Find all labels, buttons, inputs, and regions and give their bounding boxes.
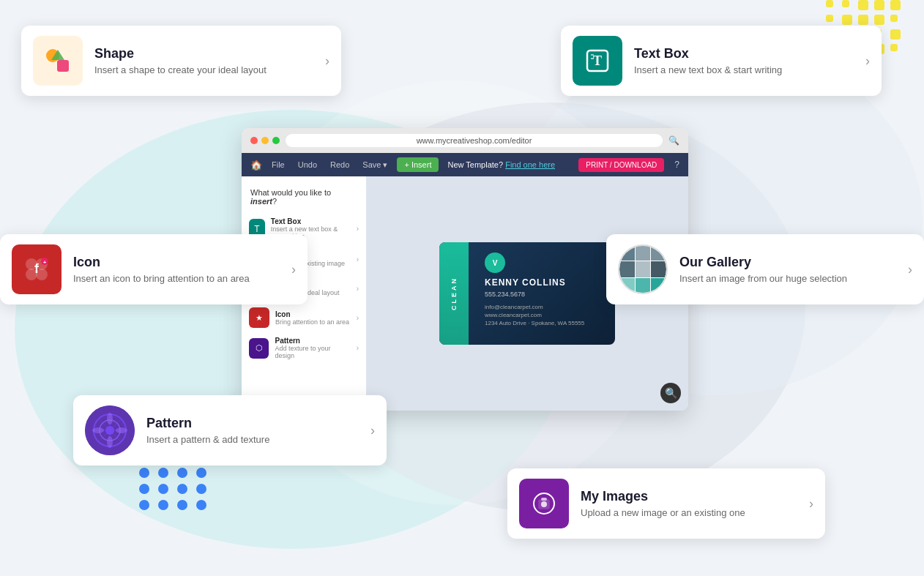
- undo-button[interactable]: Undo: [294, 159, 321, 171]
- minimize-dot: [261, 137, 269, 144]
- insert-item-pattern[interactable]: ⬡ Pattern Add texture to your design ›: [242, 332, 366, 364]
- pattern-mini-icon: ⬡: [249, 338, 269, 359]
- textbox-arrow-icon: ›: [357, 225, 359, 233]
- zoom-button[interactable]: 🔍: [660, 383, 681, 403]
- insert-question: What would you like to insert?: [242, 184, 366, 213]
- svg-rect-33: [541, 498, 547, 501]
- textbox-card[interactable]: T Text Box Insert a new text box & start…: [561, 26, 882, 96]
- textbox-card-text: Text Box Insert a new text box & start w…: [634, 46, 848, 75]
- icon-chevron-icon: ›: [291, 262, 296, 277]
- pattern-card-title: Pattern: [146, 416, 353, 431]
- biz-card-web: www.cleancarpet.com: [485, 312, 605, 318]
- print-button[interactable]: PRINT / DOWNLOAD: [578, 158, 664, 172]
- pattern-chevron-icon: ›: [370, 423, 375, 438]
- svg-rect-5: [57, 60, 69, 72]
- url-bar[interactable]: www.mycreativeshop.com/editor: [286, 134, 663, 147]
- file-button[interactable]: File: [268, 159, 288, 171]
- gallery-chevron-icon: ›: [908, 262, 912, 277]
- redo-button[interactable]: Redo: [327, 159, 353, 171]
- pattern-card-text: Pattern Insert a pattern & add texture: [146, 416, 353, 445]
- myimages-card[interactable]: My Images Upload a new image or an exist…: [507, 468, 825, 539]
- browser-search-icon: 🔍: [668, 135, 679, 146]
- shape-card-text: Shape Insert a shape to create your idea…: [94, 46, 308, 75]
- gallery-card-text: Our Gallery Insert an image from our hug…: [679, 255, 890, 284]
- myimages-card-desc: Upload a new image or an existing one: [581, 507, 791, 518]
- browser-bar: www.mycreativeshop.com/editor 🔍: [242, 128, 688, 153]
- shape-card-icon: [33, 36, 83, 86]
- gallery-card-title: Our Gallery: [679, 255, 890, 270]
- insert-button[interactable]: + Insert: [397, 157, 439, 172]
- biz-card-phone: 555.234.5678: [485, 291, 605, 298]
- svg-point-27: [107, 436, 113, 448]
- textbox-chevron-icon: ›: [865, 53, 870, 69]
- shape-card[interactable]: Shape Insert a shape to create your idea…: [21, 26, 341, 96]
- myimages-card-icon: [519, 479, 569, 528]
- icon-card-text: Icon Insert an icon to bring attention t…: [73, 255, 274, 284]
- maximize-dot: [272, 137, 280, 144]
- icon-card[interactable]: f + Icon Insert an icon to bring attenti…: [0, 234, 308, 304]
- shape-card-title: Shape: [94, 46, 308, 61]
- insert-item-icon[interactable]: ★ Icon Bring attention to an area ›: [242, 303, 366, 332]
- svg-rect-9: [591, 54, 594, 56]
- pattern-card[interactable]: Pattern Insert a pattern & add texture ›: [73, 395, 387, 465]
- template-label: New Template?: [447, 160, 503, 169]
- myimages-chevron-icon: ›: [809, 496, 813, 512]
- shape-card-desc: Insert a shape to create your ideal layo…: [94, 64, 308, 75]
- svg-point-26: [107, 413, 113, 424]
- textbox-card-title: Text Box: [634, 46, 848, 61]
- icon-arrow-icon: ›: [357, 314, 359, 322]
- image-arrow-icon: ›: [357, 255, 359, 263]
- pattern-arrow-icon: ›: [357, 344, 359, 352]
- gallery-card-desc: Insert an image from our huge selection: [679, 273, 890, 284]
- biz-card-content: V KENNY COLLINS 555.234.5678 info@cleanc…: [485, 253, 605, 326]
- template-text: New Template? Find one here: [447, 160, 555, 169]
- biz-card-email: info@cleancarpet.com: [485, 304, 605, 310]
- help-icon: ?: [674, 160, 679, 170]
- svg-point-28: [92, 427, 104, 433]
- close-dot: [250, 137, 258, 144]
- myimages-card-text: My Images Upload a new image or an exist…: [581, 489, 791, 518]
- icon-card-icon: f +: [12, 244, 62, 294]
- icon-card-title: Icon: [73, 255, 274, 270]
- svg-text:T: T: [593, 53, 602, 68]
- svg-rect-10: [591, 58, 594, 59]
- textbox-card-desc: Insert a new text box & start writing: [634, 64, 848, 75]
- svg-text:f: f: [34, 261, 40, 276]
- gallery-card-icon: [618, 244, 668, 294]
- browser-traffic-lights: [250, 137, 280, 144]
- gallery-mosaic: [619, 244, 666, 294]
- find-link[interactable]: Find one here: [505, 160, 555, 169]
- pattern-card-icon: [85, 405, 135, 455]
- icon-mini-icon: ★: [249, 307, 269, 328]
- editor-toolbar: 🏠 File Undo Redo Save ▾ + Insert New Tem…: [242, 153, 688, 176]
- home-icon[interactable]: 🏠: [250, 160, 262, 171]
- save-button[interactable]: Save ▾: [359, 159, 391, 171]
- myimages-card-title: My Images: [581, 489, 791, 504]
- textbox-card-icon: T: [573, 36, 622, 86]
- shape-chevron-icon: ›: [325, 53, 329, 69]
- svg-point-32: [541, 501, 547, 507]
- biz-card-brand: CLEAN: [450, 277, 458, 310]
- svg-text:+: +: [43, 259, 47, 266]
- shape-arrow-icon: ›: [357, 285, 359, 293]
- biz-card-address: 1234 Auto Drive · Spokane, WA 55555: [485, 320, 605, 326]
- biz-card-accent: CLEAN: [439, 242, 469, 345]
- icon-card-desc: Insert an icon to bring attention to an …: [73, 273, 274, 284]
- biz-logo: V: [485, 253, 505, 273]
- biz-card-name: KENNY COLLINS: [485, 277, 605, 288]
- pattern-card-desc: Insert a pattern & add texture: [146, 434, 353, 445]
- business-card-preview: CLEAN V KENNY COLLINS 555.234.5678 info@…: [439, 242, 615, 345]
- gallery-card[interactable]: Our Gallery Insert an image from our hug…: [606, 234, 924, 304]
- svg-point-29: [116, 427, 127, 433]
